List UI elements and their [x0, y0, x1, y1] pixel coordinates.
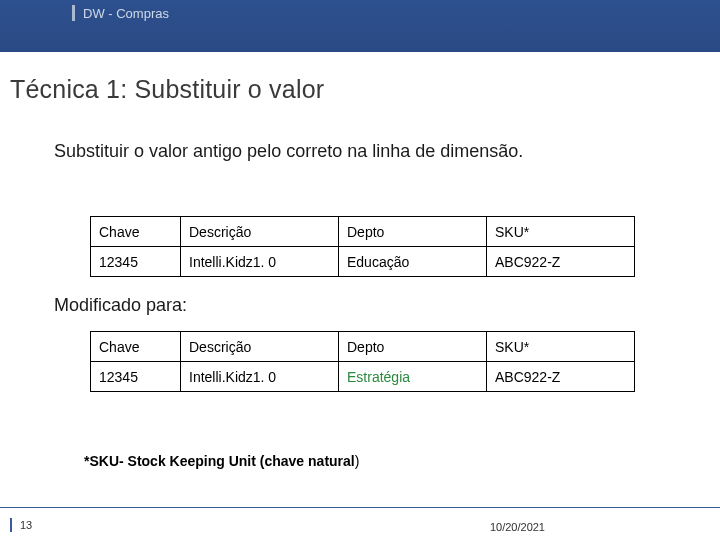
- table-header-cell: Descrição: [181, 217, 339, 247]
- page-number-wrap: 13: [10, 516, 32, 534]
- table-header-cell: Depto: [339, 217, 487, 247]
- table-cell: Intelli.Kidz1. 0: [181, 247, 339, 277]
- table-cell: Educação: [339, 247, 487, 277]
- table-header-cell: SKU*: [487, 332, 635, 362]
- table-cell: ABC922-Z: [487, 362, 635, 392]
- table-header-cell: Chave: [91, 217, 181, 247]
- table-row: 12345 Intelli.Kidz1. 0 Educação ABC922-Z: [91, 247, 635, 277]
- footer-divider: [0, 507, 720, 508]
- slide-subtitle: Substituir o valor antigo pelo correto n…: [54, 140, 654, 163]
- modified-label: Modificado para:: [54, 295, 187, 316]
- table-cell: ABC922-Z: [487, 247, 635, 277]
- table-header-cell: Descrição: [181, 332, 339, 362]
- header-bar: DW - Compras: [0, 0, 720, 52]
- table-after: Chave Descrição Depto SKU* 12345 Intelli…: [90, 331, 635, 392]
- header-accent-bar: [72, 5, 75, 21]
- footnote: *SKU- Stock Keeping Unit (chave natural): [84, 453, 359, 469]
- table-cell: 12345: [91, 362, 181, 392]
- table-header-cell: Chave: [91, 332, 181, 362]
- table-header-cell: Depto: [339, 332, 487, 362]
- footnote-rest: ): [355, 453, 360, 469]
- page-accent-bar: [10, 518, 12, 532]
- page-number: 13: [20, 519, 32, 531]
- table-row: 12345 Intelli.Kidz1. 0 Estratégia ABC922…: [91, 362, 635, 392]
- table-row: Chave Descrição Depto SKU*: [91, 217, 635, 247]
- table-cell: 12345: [91, 247, 181, 277]
- table-before: Chave Descrição Depto SKU* 12345 Intelli…: [90, 216, 635, 277]
- table-header-cell: SKU*: [487, 217, 635, 247]
- header-title: DW - Compras: [83, 6, 169, 21]
- table-row: Chave Descrição Depto SKU*: [91, 332, 635, 362]
- footer-date: 10/20/2021: [490, 521, 545, 533]
- table-cell-changed: Estratégia: [339, 362, 487, 392]
- footnote-bold: *SKU- Stock Keeping Unit (chave natural: [84, 453, 355, 469]
- table-cell: Intelli.Kidz1. 0: [181, 362, 339, 392]
- slide-title: Técnica 1: Substituir o valor: [10, 75, 324, 104]
